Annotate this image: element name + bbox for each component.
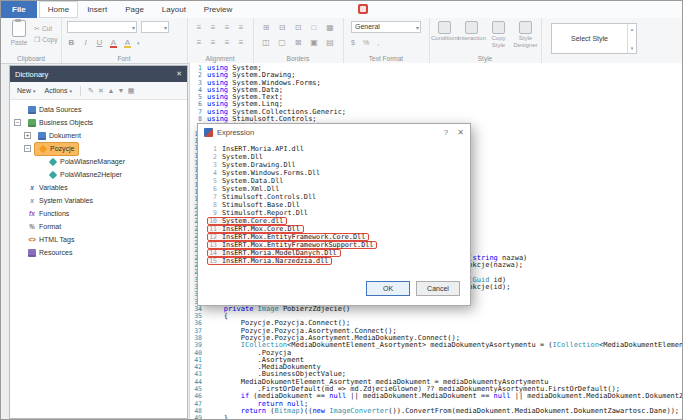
assembly-item-5[interactable]: 5System.Data.Dll [207, 177, 287, 185]
border-6-icon[interactable]: ◫ [262, 38, 270, 47]
border-5-icon[interactable]: ▦ [326, 23, 334, 32]
bold-button[interactable]: B [67, 38, 76, 47]
border-7-icon[interactable]: ▢ [278, 38, 286, 47]
border-2-icon[interactable]: ⊟ [279, 23, 286, 32]
tree-item-business-objects[interactable]: −Business Objects [10, 116, 187, 129]
number-format-3-icon[interactable]: , [377, 39, 379, 46]
border-9-icon[interactable]: ▣ [310, 38, 318, 47]
assembly-name: InsERT.Mox.Core.Dll [222, 225, 300, 233]
copy-button[interactable]: ❐ Copy [34, 34, 57, 45]
assembly-item-13[interactable]: 13InsERT.Mox.EntityFrameworkSupport.Dll [207, 241, 377, 249]
border-10-icon[interactable]: ▤ [326, 38, 334, 47]
tab-page[interactable]: Page [116, 1, 153, 18]
style-designer-button[interactable]: Style Designer [512, 19, 539, 48]
tree-item-functions[interactable]: fxFunctions [10, 207, 187, 220]
assembly-item-6[interactable]: 6System.Xml.Dll [207, 185, 283, 193]
align-4-icon[interactable]: ≡ [239, 23, 244, 32]
copy-style-button[interactable]: Copy Style [485, 19, 512, 48]
paste-button[interactable]: Paste [6, 20, 32, 46]
align-8-icon[interactable]: ≡ [239, 38, 244, 47]
align-2-icon[interactable]: ≡ [211, 23, 216, 32]
chevron-down-icon[interactable]: ▾ [137, 40, 140, 46]
assembly-item-2[interactable]: 2System.Dll [207, 153, 267, 161]
scroll-down-icon[interactable]: ▾ [631, 45, 634, 51]
align-6-icon[interactable]: ≡ [211, 38, 216, 47]
number-format-1-icon[interactable]: $ [351, 39, 355, 46]
tree-item-resources[interactable]: Resources [10, 246, 187, 259]
dictionary-tool-2-icon[interactable]: ✕ [96, 87, 106, 95]
assembly-item-8[interactable]: 8Stimulsoft.Base.Dll [207, 201, 304, 209]
tab-file[interactable]: File [1, 1, 37, 18]
collapse-icon[interactable]: − [14, 119, 21, 126]
dictionary-tool-4-icon[interactable]: ▼ [116, 87, 126, 95]
close-icon[interactable]: ✕ [176, 70, 182, 78]
code-line[interactable]: 48 return (Bitmap)((new ImageConverter()… [190, 408, 682, 415]
conditions-button[interactable]: Conditions [431, 19, 458, 48]
actions-button[interactable]: Actions ▾ [42, 86, 75, 95]
code-line[interactable]: 34 private Image PobierzZdjecie() [190, 306, 682, 313]
tree-item-label: Business Objects [39, 119, 93, 126]
code-line[interactable]: 49 } [190, 415, 682, 419]
align-7-icon[interactable]: ≡ [225, 38, 230, 47]
assembly-item-3[interactable]: 3System.Drawing.Dll [207, 161, 300, 169]
dictionary-tool-5-icon[interactable]: ▦ [126, 87, 136, 95]
assembly-name: InsERT.Moria.API.dll [222, 145, 304, 153]
dictionary-tool-3-icon[interactable]: ▲ [106, 87, 116, 95]
highlight-color-button[interactable]: A [123, 38, 132, 47]
assembly-item-4[interactable]: 4System.Windows.Forms.Dll [207, 169, 324, 177]
italic-button[interactable]: I [81, 38, 90, 47]
tree-item-dokument[interactable]: +Dokument [10, 129, 187, 142]
assembly-item-9[interactable]: 9Stimulsoft.Report.Dll [207, 209, 312, 217]
help-icon[interactable]: ? [444, 128, 448, 137]
border-4-icon[interactable]: □ [312, 23, 317, 32]
tree-item-variables[interactable]: xVariables [10, 181, 187, 194]
dictionary-tool-1-icon[interactable]: ✎ [86, 87, 96, 95]
collapse-icon[interactable]: − [24, 145, 31, 152]
tree-item-html-tags[interactable]: <>HTML Tags [10, 233, 187, 246]
tree-item-polawlasnemanager[interactable]: PolaWlasneManager [10, 155, 187, 168]
number-format-2-icon[interactable]: % [363, 39, 369, 46]
cut-button[interactable]: ✂ Cut [34, 23, 57, 34]
select-style-button[interactable]: Select Style ▴ ▾ [551, 23, 637, 54]
tab-insert[interactable]: Insert [78, 1, 116, 18]
assembly-item-7[interactable]: 7Stimulsoft.Controls.Dll [207, 193, 320, 201]
expand-icon[interactable]: + [24, 132, 31, 139]
assembly-item-11[interactable]: 11InsERT.Mox.Core.Dll [207, 225, 304, 233]
align-5-icon[interactable]: ≡ [197, 38, 202, 47]
border-8-icon[interactable]: ⊠ [295, 38, 302, 47]
text-format-select[interactable]: General ▾ [351, 21, 421, 33]
tab-layout[interactable]: Layout [153, 1, 195, 18]
font-name-select[interactable]: ▾ [67, 21, 137, 33]
font-color-button[interactable]: A [109, 38, 118, 47]
tree-item-pozycje[interactable]: −Pozycje [10, 142, 187, 155]
tree-item-system-variables[interactable]: xSystem Variables [10, 194, 187, 207]
ok-button[interactable]: OK [366, 281, 410, 296]
assembly-item-1[interactable]: 1InsERT.Moria.API.dll [207, 145, 308, 153]
assembly-item-10[interactable]: 10System.Core.dll [207, 217, 287, 225]
underline-button[interactable]: U [95, 38, 104, 47]
border-3-icon[interactable]: ⊡ [295, 23, 302, 32]
tab-home[interactable]: Home [39, 1, 78, 18]
interaction-button[interactable]: Interaction [458, 19, 485, 48]
assembly-item-14[interactable]: 14InsERT.Moria.ModelDanych.Dll [207, 249, 341, 257]
new-button[interactable]: New ▾ [14, 86, 39, 95]
align-3-icon[interactable]: ≡ [225, 23, 230, 32]
cancel-button[interactable]: Cancel [416, 281, 460, 296]
assembly-item-12[interactable]: 12InsERT.Mox.EntityFramework.Core.Dll [207, 233, 369, 241]
line-number: 49 [190, 415, 202, 419]
tab-preview[interactable]: Preview [195, 1, 241, 18]
assembly-item-15[interactable]: 15InsERT.Moria.Narzedzia.dll [207, 257, 332, 265]
border-1-icon[interactable]: ⊞ [263, 23, 270, 32]
tree-item-data-sources[interactable]: Data Sources [10, 103, 187, 116]
scroll-up-icon[interactable]: ▴ [631, 26, 634, 32]
font-size-select[interactable]: ▾ [141, 21, 169, 33]
select-style-scrollbar[interactable]: ▴ ▾ [627, 24, 636, 53]
red-app-badge-icon[interactable] [358, 4, 368, 14]
close-icon[interactable]: ✕ [457, 128, 464, 137]
tree-item-format[interactable]: %Format [10, 220, 187, 233]
align-1-icon[interactable]: ≡ [197, 23, 202, 32]
assembly-number: 14 [209, 249, 217, 257]
tree-item-polawlasne2helper[interactable]: PolaWlasne2Helper [10, 168, 187, 181]
assembly-name: System.Xml.Dll [222, 185, 279, 193]
toolbar-separator [80, 86, 81, 96]
